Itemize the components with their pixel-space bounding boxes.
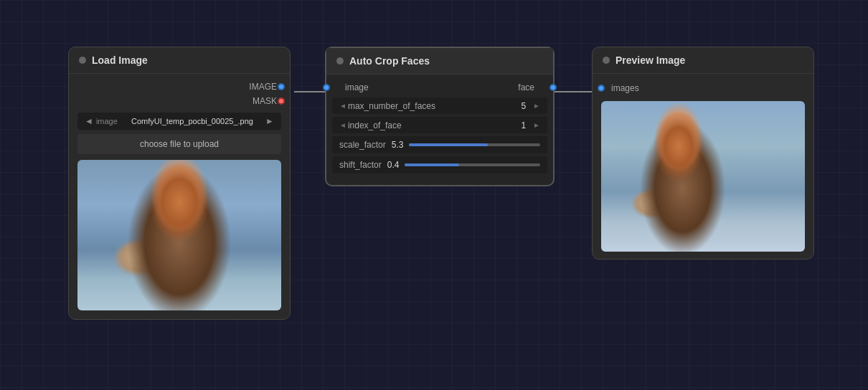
mask-output-connector[interactable] (278, 98, 285, 105)
scale-factor-track[interactable] (409, 143, 540, 146)
selector-prefix: image (96, 117, 118, 125)
face-output-label: face (518, 82, 534, 92)
file-selector: ◄ image ComfyUI_temp_pocbi_00025_.png ► (77, 113, 281, 130)
load-image-title: Load Image (92, 54, 148, 66)
index-face-row: ◄ index_of_face 1 ► (332, 117, 547, 133)
scale-factor-fill (409, 143, 488, 146)
auto-crop-node: Auto Crop Faces image face ◄ max_number_… (325, 47, 555, 186)
mask-output-label: MASK (253, 96, 277, 106)
preview-image-title: Preview Image (615, 54, 685, 66)
images-input-row: images (601, 81, 805, 95)
selector-filename: ComfyUI_temp_pocbi_00025_.png (122, 117, 263, 125)
scale-factor-row: scale_factor 5.3 (332, 136, 547, 153)
max-faces-row: ◄ max_number_of_faces 5 ► (332, 98, 547, 114)
images-input-connector[interactable] (598, 85, 605, 92)
images-input-label: images (611, 83, 639, 93)
max-faces-value: 5 (521, 101, 526, 111)
max-faces-label: max_number_of_faces (348, 101, 516, 111)
shift-factor-fill (405, 163, 458, 166)
load-image-body: IMAGE MASK ◄ image ComfyUI_temp_pocbi_00… (69, 74, 290, 319)
shift-factor-label: shift_factor (339, 160, 382, 170)
person-image (77, 160, 281, 310)
image-output-row: IMAGE (77, 80, 281, 94)
load-image-preview (77, 160, 281, 310)
mask-output-row: MASK (77, 94, 281, 108)
canvas: Load Image IMAGE MASK ◄ image ComfyUI_te… (0, 0, 868, 390)
index-face-next[interactable]: ► (532, 120, 542, 130)
image-input-connector[interactable] (323, 84, 330, 91)
auto-crop-dot (336, 57, 344, 65)
scale-factor-value: 5.3 (392, 140, 404, 150)
load-image-node: Load Image IMAGE MASK ◄ image ComfyUI_te… (68, 47, 291, 320)
preview-image-body: images (593, 74, 813, 259)
auto-crop-title: Auto Crop Faces (349, 55, 430, 67)
max-faces-prev[interactable]: ◄ (338, 100, 348, 111)
image-output-connector[interactable] (278, 83, 285, 90)
shift-factor-value: 0.4 (387, 160, 400, 170)
preview-image-node: Preview Image images (592, 47, 814, 260)
auto-crop-header: Auto Crop Faces (326, 48, 553, 75)
preview-image-display (601, 101, 805, 252)
load-image-dot (79, 57, 86, 64)
prev-file-button[interactable]: ◄ (82, 115, 96, 128)
index-face-prev[interactable]: ◄ (338, 120, 348, 130)
auto-crop-body: image face ◄ max_number_of_faces 5 ► ◄ i… (326, 75, 553, 185)
index-face-value: 1 (521, 120, 526, 130)
shift-factor-row: shift_factor 0.4 (332, 156, 547, 173)
preview-image-header: Preview Image (593, 47, 813, 74)
next-file-button[interactable]: ► (263, 115, 277, 128)
image-face-row: image face (326, 80, 553, 95)
face-output-connector[interactable] (549, 84, 557, 91)
scale-factor-label: scale_factor (339, 140, 386, 150)
preview-image-dot (603, 57, 610, 64)
index-face-label: index_of_face (348, 120, 516, 130)
max-faces-next[interactable]: ► (532, 100, 542, 111)
shift-factor-track[interactable] (405, 163, 540, 166)
upload-button[interactable]: choose file to upload (77, 134, 281, 154)
load-image-header: Load Image (69, 47, 290, 74)
image-output-label: IMAGE (249, 82, 277, 92)
image-input-label: image (345, 82, 369, 92)
